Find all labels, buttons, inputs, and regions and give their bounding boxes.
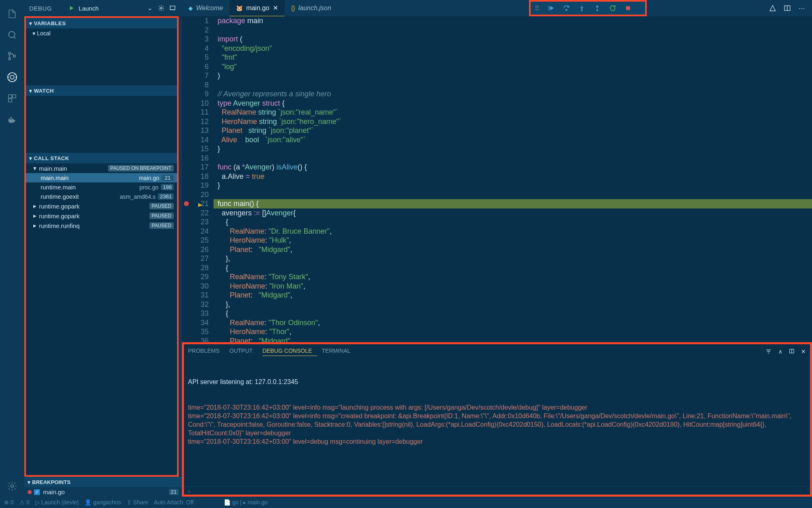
variables-local[interactable]: ▾Local <box>26 28 177 38</box>
status-breadcrumb[interactable]: 📄 go | ▸ main.go <box>224 499 268 506</box>
callstack-thread[interactable]: ▾main.mainPAUSED ON BREAKPOINT <box>26 163 177 173</box>
file-icon: 🐹 <box>236 5 243 11</box>
tab-launch-json[interactable]: {}launch.json <box>285 0 337 16</box>
breakpoints-header[interactable]: ▾BREAKPOINTS <box>24 477 182 487</box>
bottom-panel: PROBLEMSOUTPUTDEBUG CONSOLETERMINAL ∧ ✕ … <box>182 342 812 497</box>
svg-rect-11 <box>12 119 13 120</box>
bottom-tab-debug-console[interactable]: DEBUG CONSOLE <box>262 347 317 356</box>
close-icon[interactable]: ✕ <box>272 5 278 11</box>
bottom-tabbar: PROBLEMSOUTPUTDEBUG CONSOLETERMINAL ∧ ✕ <box>184 344 810 359</box>
debug-settings-icon[interactable] <box>157 4 166 13</box>
svg-rect-7 <box>13 95 16 98</box>
variables-header[interactable]: ▾VARIABLES <box>26 18 177 28</box>
config-chevron-icon[interactable]: ⌄ <box>145 4 154 13</box>
settings-icon[interactable] <box>6 480 19 493</box>
breakpoints-section: ▾BREAKPOINTS ✓main.go21 <box>24 477 182 497</box>
debug-icon[interactable] <box>6 71 19 84</box>
breakpoint-dot-icon <box>28 490 32 494</box>
callstack-goroutine[interactable]: ▸runtime.runfinqPAUSED <box>26 221 177 230</box>
status-errors[interactable]: ⊗ 0 <box>4 499 14 506</box>
status-bar: ⊗ 0 ⚠ 0 ▷ Launch (devle) 👤 gangachris ⇪ … <box>0 497 812 508</box>
svg-point-2 <box>9 58 11 60</box>
continue-icon[interactable] <box>547 4 555 12</box>
svg-point-13 <box>11 485 14 488</box>
current-line-arrow-icon: ▶ <box>198 200 202 210</box>
extensions-icon[interactable] <box>6 92 19 105</box>
bottom-tab-terminal[interactable]: TERMINAL <box>322 347 356 356</box>
activity-bar <box>0 0 24 497</box>
toolbar-drag-handle-icon[interactable]: ⠿ <box>535 4 540 12</box>
svg-rect-10 <box>11 119 12 120</box>
svg-rect-16 <box>549 6 550 11</box>
svg-point-5 <box>10 75 14 79</box>
file-icon: {} <box>291 5 295 11</box>
editor-area: ◆Welcome🐹main.go✕{}launch.json ⠿ ⋯ ▶ 123… <box>182 0 812 497</box>
watch-header[interactable]: ▾WATCH <box>26 85 177 96</box>
editor-tabbar: ◆Welcome🐹main.go✕{}launch.json ⠿ ⋯ <box>182 0 812 16</box>
svg-rect-6 <box>9 95 12 98</box>
start-debug-icon[interactable] <box>68 5 75 11</box>
debug-config-select[interactable]: Launch <box>79 5 143 12</box>
search-icon[interactable] <box>6 28 19 41</box>
svg-rect-20 <box>626 6 630 10</box>
explorer-icon[interactable] <box>6 7 19 20</box>
console-line: time="2018-07-30T23:16:42+03:00" level=i… <box>188 412 806 437</box>
debug-sidebar: ▾VARIABLES ▾Local ▾WATCH ▾CALL STACK ▾ma… <box>24 16 179 477</box>
svg-point-14 <box>160 7 162 9</box>
variables-section: ▾VARIABLES ▾Local <box>26 18 177 85</box>
callstack-frame[interactable]: main.mainmain.go21 <box>26 173 177 182</box>
breakpoint-checkbox[interactable]: ✓ <box>34 489 40 495</box>
callstack-goroutine[interactable]: ▸runtime.goparkPAUSED <box>26 211 177 221</box>
breakpoint-row[interactable]: ✓main.go21 <box>24 487 182 497</box>
filter-icon[interactable] <box>765 348 772 355</box>
svg-rect-12 <box>11 117 12 118</box>
restart-icon[interactable] <box>609 4 617 12</box>
bottom-tab-output[interactable]: OUTPUT <box>229 347 258 356</box>
svg-point-0 <box>9 31 15 37</box>
split-editor-icon[interactable] <box>783 4 792 13</box>
callstack-frame[interactable]: runtime.mainproc.go198 <box>26 182 177 192</box>
svg-point-19 <box>597 10 598 11</box>
close-panel-icon[interactable]: ✕ <box>801 348 806 355</box>
svg-rect-8 <box>9 99 12 102</box>
step-into-icon[interactable] <box>578 4 586 12</box>
svg-rect-9 <box>9 119 10 120</box>
watch-section: ▾WATCH <box>26 85 177 153</box>
status-auto-attach[interactable]: Auto Attach: Off <box>154 499 194 506</box>
status-share[interactable]: ⇪ Share <box>127 499 148 506</box>
status-warnings[interactable]: ⚠ 0 <box>19 499 30 506</box>
git-icon[interactable] <box>6 50 19 63</box>
debug-console-output: API server listening at: 127.0.0.1:2345 … <box>184 359 810 486</box>
stop-icon[interactable] <box>624 4 632 12</box>
step-over-icon[interactable] <box>562 4 570 12</box>
svg-point-17 <box>566 9 567 11</box>
debug-header: DEBUG Launch ⌄ <box>24 0 182 16</box>
sidebar-title: DEBUG <box>29 5 52 12</box>
collapse-icon[interactable]: ∧ <box>778 348 782 355</box>
svg-rect-15 <box>170 6 175 10</box>
console-line: time="2018-07-30T23:16:42+03:00" level=d… <box>188 437 806 446</box>
code-editor[interactable]: ▶ 12345678910111213141516171819202122232… <box>182 16 812 342</box>
callstack-goroutine[interactable]: ▸runtime.goparkPAUSED <box>26 201 177 211</box>
more-actions-icon[interactable]: ⋯ <box>797 4 806 13</box>
svg-point-1 <box>9 52 11 54</box>
debug-console-toggle-icon[interactable] <box>168 4 177 13</box>
tab-welcome[interactable]: ◆Welcome <box>182 0 229 16</box>
svg-point-18 <box>581 10 583 11</box>
status-launch[interactable]: ▷ Launch (devle) <box>35 499 79 506</box>
tab-main-go[interactable]: 🐹main.go✕ <box>229 0 285 16</box>
step-out-icon[interactable] <box>593 4 601 12</box>
docker-icon[interactable] <box>6 113 19 126</box>
compare-changes-icon[interactable] <box>768 4 777 13</box>
callstack-header[interactable]: ▾CALL STACK <box>26 153 177 163</box>
breakpoint-indicator-icon[interactable] <box>184 201 189 206</box>
debug-console-input[interactable]: › <box>184 486 810 495</box>
callstack-section: ▾CALL STACK ▾main.mainPAUSED ON BREAKPOI… <box>26 153 177 475</box>
callstack-frame[interactable]: runtime.goexitasm_amd64.s2361 <box>26 192 177 201</box>
svg-point-3 <box>13 55 15 57</box>
status-liveshare-user[interactable]: 👤 gangachris <box>84 499 121 506</box>
file-icon: ◆ <box>188 5 193 11</box>
debug-toolbar: ⠿ <box>529 0 647 16</box>
maximize-panel-icon[interactable] <box>789 348 795 355</box>
bottom-tab-problems[interactable]: PROBLEMS <box>188 347 225 356</box>
